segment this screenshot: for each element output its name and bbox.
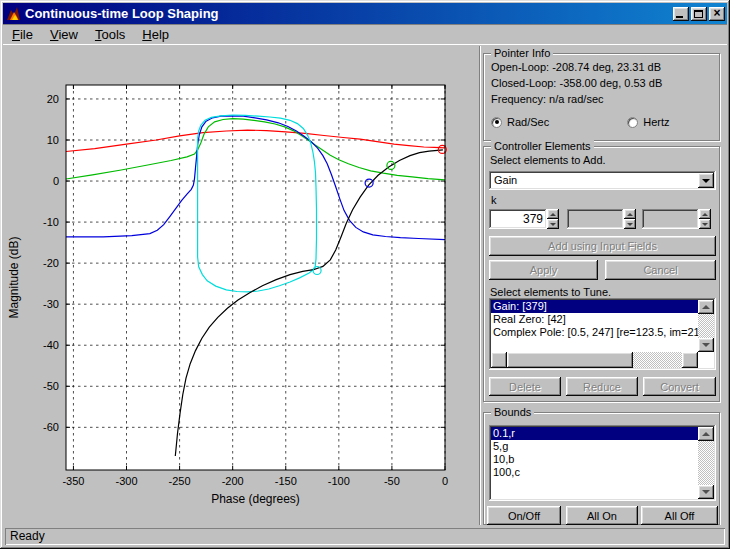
scroll-right-button[interactable] [682,352,698,368]
param2-spinner [624,209,636,229]
all-off-button[interactable]: All Off [641,506,718,525]
tune-list-hscrollbar[interactable] [491,352,698,368]
y-tick-label: -10 [43,216,59,228]
radio-hertz-label: Hertz [643,116,669,128]
cancel-button[interactable]: Cancel [605,260,716,280]
spinner-up-button [699,209,711,219]
close-button[interactable]: × [709,7,725,21]
chevron-down-icon [702,179,710,183]
list-item[interactable]: 0.1,r [491,427,698,440]
x-tick-label: -350 [62,475,84,487]
param-k-label: k [491,194,497,206]
y-tick-label: 0 [53,175,59,187]
close-icon: × [709,7,725,21]
triangle-up-icon [702,213,708,216]
element-type-value: Gain [494,174,517,186]
list-item[interactable]: Gain: [379] [491,300,698,313]
minimize-button[interactable] [673,7,689,21]
y-tick-label: 20 [47,93,59,105]
controller-elements-title: Controller Elements [491,140,594,152]
x-tick-label: 0 [442,475,448,487]
param3-input-disabled [642,209,699,229]
y-tick-label: -20 [43,257,59,269]
triangle-down-icon [550,223,556,226]
x-axis-label: Phase (degrees) [211,492,300,506]
radio-rad-sec[interactable]: Rad/Sec [491,116,549,128]
tune-list-vscrollbar[interactable] [698,300,714,352]
on-off-button[interactable]: On/Off [487,506,561,525]
matlab-icon [6,6,22,22]
bounds-title: Bounds [491,406,534,418]
closed-loop-readout: Closed-Loop: -358.00 deg, 0.53 dB [491,77,662,89]
triangle-down-icon [627,223,633,226]
radio-rad-sec-label: Rad/Sec [507,116,549,128]
bounds-list-vscrollbar[interactable] [698,427,714,499]
window-title: Continuous-time Loop Shaping [25,6,673,21]
maximize-icon [694,10,703,18]
titlebar[interactable]: Continuous-time Loop Shaping × [3,3,727,24]
y-tick-label: -30 [43,298,59,310]
menu-file[interactable]: File [10,26,35,43]
convert-button[interactable]: Convert [643,377,716,396]
gain-spinner[interactable] [547,209,559,229]
statusbar: Ready [3,525,727,546]
add-using-input-fields-button[interactable]: Add using Input Fields [489,236,716,256]
apply-button[interactable]: Apply [489,260,598,280]
scroll-up-button[interactable] [698,300,714,314]
y-axis-label: Magnitude (dB) [7,236,21,318]
all-on-button[interactable]: All On [566,506,638,525]
x-tick-label: -50 [384,475,400,487]
spinner-down-button [624,219,636,229]
reduce-button[interactable]: Reduce [566,377,638,396]
x-tick-label: -250 [169,475,191,487]
open-loop-readout: Open-Loop: -208.74 deg, 23.31 dB [491,61,661,73]
frequency-readout: Frequency: n/a rad/sec [491,93,604,105]
radio-selected-icon [491,117,502,128]
triangle-up-icon [550,213,556,216]
list-item[interactable]: Real Zero: [42] [491,313,698,326]
gain-value-input[interactable] [489,209,547,229]
scroll-up-button[interactable] [698,427,714,441]
triangle-down-icon [702,223,708,226]
add-elements-label: Select elements to Add. [490,154,606,166]
maximize-button[interactable] [691,7,707,21]
spinner-up-button[interactable] [547,209,559,219]
delete-button[interactable]: Delete [489,377,561,396]
spinner-down-button [699,219,711,229]
triangle-up-icon [702,305,710,309]
y-tick-label: -50 [43,380,59,392]
list-item[interactable]: Complex Pole: [0.5, 247] [re=123.5, im=2… [491,326,698,339]
radio-unselected-icon [627,117,638,128]
tune-elements-listbox[interactable]: Gain: [379]Real Zero: [42]Complex Pole: … [489,298,716,370]
triangle-up-icon [702,432,710,436]
bounds-listbox[interactable]: 0.1,r5,g10,b100,c [489,425,716,501]
radio-hertz[interactable]: Hertz [627,116,669,128]
status-message: Ready [5,528,725,545]
controller-elements-group: Controller Elements Select elements to A… [483,146,720,402]
x-tick-label: -300 [115,475,137,487]
scroll-down-button[interactable] [698,485,714,499]
list-item[interactable]: 10,b [491,453,698,466]
list-item[interactable]: 5,g [491,440,698,453]
x-tick-label: -100 [328,475,350,487]
figure-area: -350-300-250-200-150-100-50020100-10-20-… [2,46,479,526]
menu-help[interactable]: Help [140,26,171,43]
list-item[interactable]: 100,c [491,466,698,479]
hscroll-thumb[interactable] [507,352,633,368]
scroll-down-button[interactable] [698,338,714,352]
element-type-dropdown[interactable]: Gain [489,171,716,190]
bounds-group: Bounds 0.1,r5,g10,b100,c On/Off All On A… [483,412,720,525]
spinner-down-button[interactable] [547,219,559,229]
y-tick-label: -40 [43,339,59,351]
triangle-up-icon [627,213,633,216]
minimize-icon [676,16,683,18]
menu-view[interactable]: View [48,26,80,43]
right-panel: Pointer Info Open-Loop: -208.74 deg, 23.… [481,46,727,526]
menu-tools[interactable]: Tools [93,26,127,43]
scroll-left-button[interactable] [491,352,507,368]
nichols-plot[interactable]: -350-300-250-200-150-100-50020100-10-20-… [2,46,479,526]
dropdown-button[interactable] [698,173,714,188]
pointer-info-group: Pointer Info Open-Loop: -208.74 deg, 23.… [483,53,720,141]
x-tick-label: -150 [275,475,297,487]
main-window: Continuous-time Loop Shaping × File View… [0,0,730,549]
